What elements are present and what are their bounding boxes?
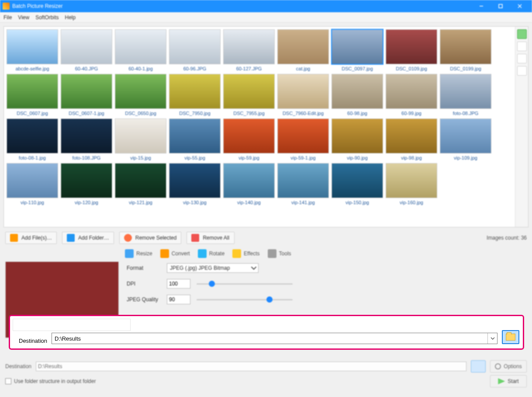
grid-view-tools <box>515 27 528 227</box>
close-icon <box>518 4 522 8</box>
thumbnail-item[interactable]: DSC_0097.jpg <box>332 29 383 71</box>
thumbnail-item[interactable]: 60-99.jpg <box>386 74 437 116</box>
thumbnail-item[interactable]: DSC_0109.jpg <box>386 29 437 71</box>
start-button[interactable]: Start <box>490 375 527 387</box>
remove-all-button[interactable]: Remove All <box>187 232 235 244</box>
thumbnail-item[interactable]: vip-120.jpg <box>61 163 112 205</box>
thumbnail-caption: DSC_7950.jpg <box>169 109 221 116</box>
window-title: Batch Picture Resizer <box>12 3 62 9</box>
view-thumbnails-button[interactable] <box>517 29 527 39</box>
thumbnail-item[interactable]: vip-55.jpg <box>169 118 221 160</box>
menu-help[interactable]: Help <box>65 14 76 21</box>
thumbnail-item[interactable]: foto-08.JPG <box>440 74 491 116</box>
use-folder-structure-checkbox[interactable] <box>5 378 11 384</box>
thumbnail-image <box>169 163 221 198</box>
thumbnail-item[interactable]: vip-59.jpg <box>223 118 275 160</box>
thumbnail-item[interactable]: vip-121.jpg <box>115 163 166 205</box>
thumbnail-image <box>223 29 275 64</box>
add-folder-button[interactable]: Add Folder… <box>62 232 114 244</box>
zoom-slider-button[interactable] <box>517 66 527 76</box>
options-label: Options <box>504 363 522 369</box>
thumbnail-item[interactable]: foto-08-1.jpg <box>7 118 58 160</box>
dpi-label: DPI <box>127 281 161 287</box>
thumbnail-item[interactable]: 60-40-1.jpg <box>115 29 166 71</box>
dpi-input[interactable]: 100 <box>167 279 190 289</box>
thumbnail-item[interactable]: DSC_7960-Edit.jpg <box>277 74 329 116</box>
thumbnail-item[interactable]: vip-109.jpg <box>440 118 491 160</box>
view-list-button[interactable] <box>517 42 527 51</box>
thumbnail-item[interactable]: 60-96.JPG <box>169 29 221 71</box>
close-button[interactable] <box>510 0 529 12</box>
thumbnail-item[interactable]: vip-59-1.jpg <box>277 118 329 160</box>
dpi-slider[interactable] <box>197 279 293 289</box>
thumbnail-item[interactable]: vip-110.jpg <box>7 163 58 205</box>
play-icon <box>498 378 505 384</box>
thumbnail-caption: vip-130.jpg <box>169 198 221 205</box>
bottom-destination-row: Destination D:\Results Options <box>5 360 527 373</box>
thumbnail-grid[interactable]: abcde-selfie.jpg60-40.JPG60-40-1.jpg60-9… <box>4 27 515 227</box>
tab-effects[interactable]: Effects <box>232 249 259 258</box>
thumbnail-caption: vip-98.jpg <box>386 153 437 160</box>
remove-selected-button[interactable]: Remove Selected <box>119 232 182 244</box>
thumbnail-item[interactable]: vip-90.jpg <box>332 118 383 160</box>
destination-input[interactable] <box>52 333 487 344</box>
thumbnail-item[interactable]: vip-150.jpg <box>332 163 383 205</box>
chevron-down-icon <box>251 265 257 271</box>
tab-rotate[interactable]: Rotate <box>198 249 225 258</box>
thumbnail-image <box>386 163 437 198</box>
menu-file[interactable]: File <box>3 14 12 21</box>
thumbnail-item[interactable]: DSC_0607-1.jpg <box>61 74 112 116</box>
options-button[interactable]: Options <box>490 360 527 373</box>
minimize-button[interactable] <box>472 0 491 12</box>
thumbnail-image <box>7 29 58 64</box>
thumbnail-caption: foto-08.JPG <box>440 109 491 116</box>
tab-rotate-label: Rotate <box>209 251 225 257</box>
thumbnail-caption: 60-40-1.jpg <box>115 64 166 71</box>
thumbnail-item[interactable]: vip-130.jpg <box>169 163 221 205</box>
thumbnail-image <box>277 163 329 198</box>
thumbnail-caption: 60-40.JPG <box>61 64 112 71</box>
format-dropdown[interactable]: JPEG (.jpg) JPEG Bitmap <box>167 263 259 273</box>
thumbnail-item[interactable]: vip-98.jpg <box>386 118 437 160</box>
destination-value-2: D:\Results <box>38 363 62 369</box>
thumbnail-item[interactable]: foto-108.JPG <box>61 118 112 160</box>
thumbnail-item[interactable]: vip-140.jpg <box>223 163 275 205</box>
thumbnail-item[interactable]: DSC_0607.jpg <box>7 74 58 116</box>
menu-view[interactable]: View <box>18 14 29 21</box>
thumbnail-item[interactable]: DSC_0650.jpg <box>115 74 166 116</box>
browse-destination-button-2[interactable] <box>471 360 486 373</box>
menu-softorbits[interactable]: SoftOrbits <box>35 14 59 21</box>
destination-combobox-2[interactable]: D:\Results <box>36 362 466 371</box>
destination-dropdown-button[interactable] <box>487 333 497 344</box>
thumbnail-item[interactable]: 60-40.JPG <box>61 29 112 71</box>
tab-convert[interactable]: Convert <box>160 249 190 258</box>
browse-destination-button[interactable] <box>502 330 519 344</box>
thumbnail-item[interactable]: 60-127.JPG <box>223 29 275 71</box>
thumbnail-image <box>61 163 112 198</box>
tab-tools[interactable]: Tools <box>268 249 291 258</box>
thumbnail-caption: DSC_0607.jpg <box>7 109 58 116</box>
maximize-button[interactable] <box>491 0 510 12</box>
thumbnail-item[interactable]: vip-141.jpg <box>277 163 329 205</box>
thumbnail-item[interactable]: DSC_0199.jpg <box>440 29 491 71</box>
view-details-button[interactable] <box>517 54 527 63</box>
thumbnail-item[interactable]: 60-98.jpg <box>332 74 383 116</box>
remove-all-icon <box>191 234 199 242</box>
tab-resize[interactable]: Resize <box>125 249 152 258</box>
callout-overlap <box>13 319 131 331</box>
thumbnail-image <box>277 74 329 109</box>
destination-combobox[interactable] <box>52 333 497 344</box>
thumbnail-item[interactable]: vip-160.jpg <box>386 163 437 205</box>
quality-input[interactable]: 90 <box>167 295 190 304</box>
thumbnail-image <box>440 118 491 153</box>
thumbnail-image <box>169 29 221 64</box>
thumbnail-item[interactable]: vip-15.jpg <box>115 118 166 160</box>
add-files-button[interactable]: Add File(s)… <box>5 232 57 244</box>
thumbnail-item[interactable]: cat.jpg <box>277 29 329 71</box>
thumbnail-item[interactable]: DSC_7950.jpg <box>169 74 221 116</box>
thumbnail-item[interactable]: abcde-selfie.jpg <box>7 29 58 71</box>
thumbnail-item[interactable]: DSC_7955.jpg <box>223 74 275 116</box>
quality-slider[interactable] <box>197 295 293 304</box>
tab-effects-label: Effects <box>244 251 259 257</box>
chevron-down-icon <box>491 336 495 341</box>
